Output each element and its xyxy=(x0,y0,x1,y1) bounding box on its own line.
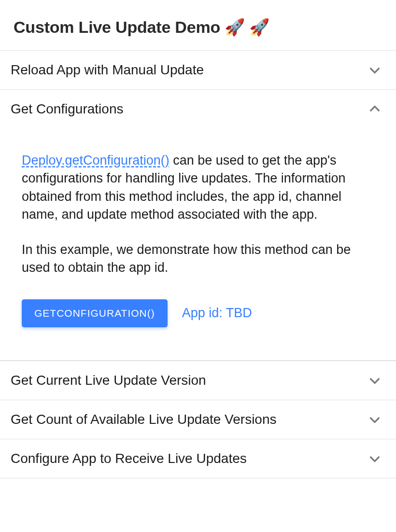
content-paragraph-2: In this example, we demonstrate how this… xyxy=(22,241,374,277)
accordion-header-get-count-versions[interactable]: Get Count of Available Live Update Versi… xyxy=(0,400,396,439)
accordion-item-reload: Reload App with Manual Update xyxy=(0,51,396,90)
accordion-item-get-current-version: Get Current Live Update Version xyxy=(0,361,396,400)
page-header: Custom Live Update Demo 🚀 🚀 xyxy=(0,0,396,51)
accordion-header-get-configurations[interactable]: Get Configurations xyxy=(0,90,396,128)
accordion-title: Reload App with Manual Update xyxy=(11,62,204,78)
app-id-result: App id: TBD xyxy=(182,306,252,321)
chevron-down-icon xyxy=(367,373,382,388)
chevron-down-icon xyxy=(367,451,382,466)
accordion-title: Get Configurations xyxy=(11,101,123,117)
accordion-content-get-configurations: Deploy.getConfiguration() can be used to… xyxy=(0,128,396,345)
get-configuration-button[interactable]: GetConfiguration() xyxy=(22,299,168,327)
page-title: Custom Live Update Demo 🚀 🚀 xyxy=(14,17,382,37)
accordion-item-get-configurations: Get Configurations Deploy.getConfigurati… xyxy=(0,90,396,361)
action-row: GetConfiguration() App id: TBD xyxy=(22,299,374,327)
accordion-item-configure-app: Configure App to Receive Live Updates xyxy=(0,439,396,478)
accordion-header-configure-app[interactable]: Configure App to Receive Live Updates xyxy=(0,439,396,478)
deploy-getconfiguration-link[interactable]: Deploy.getConfiguration() xyxy=(22,153,170,168)
chevron-down-icon xyxy=(367,62,382,78)
content-paragraph-1: Deploy.getConfiguration() can be used to… xyxy=(22,152,374,224)
accordion-title: Get Count of Available Live Update Versi… xyxy=(11,412,277,427)
accordion-item-get-count-versions: Get Count of Available Live Update Versi… xyxy=(0,400,396,439)
chevron-down-icon xyxy=(367,412,382,427)
chevron-up-icon xyxy=(367,101,382,117)
accordion-header-get-current-version[interactable]: Get Current Live Update Version xyxy=(0,361,396,400)
accordion-header-reload[interactable]: Reload App with Manual Update xyxy=(0,51,396,89)
accordion-title: Get Current Live Update Version xyxy=(11,373,206,388)
divider xyxy=(0,360,396,361)
accordion-title: Configure App to Receive Live Updates xyxy=(11,451,247,466)
